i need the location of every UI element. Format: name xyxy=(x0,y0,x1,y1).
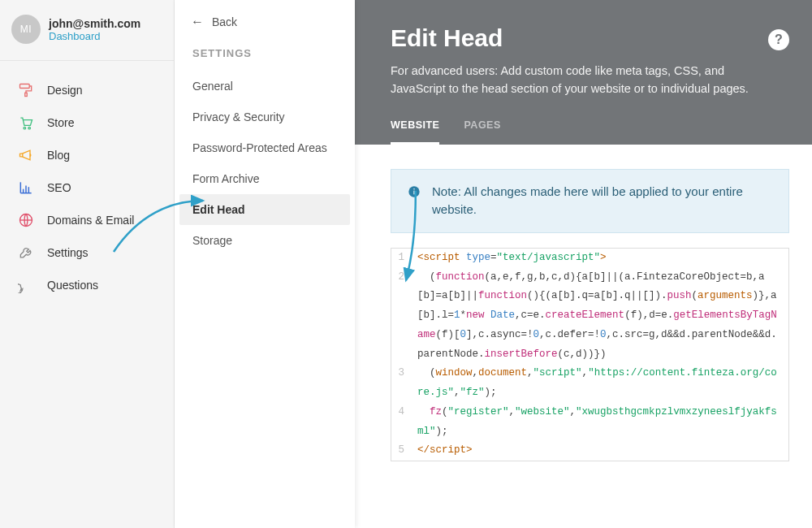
back-label: Back xyxy=(212,15,237,28)
dashboard-link[interactable]: Dashboard xyxy=(49,30,140,42)
settings-item-form-archive[interactable]: Form Archive xyxy=(175,163,355,194)
tab-bar: WEBSITE PAGES xyxy=(391,119,776,145)
main-header: ? Edit Head For advanced users: Add cust… xyxy=(355,0,812,145)
sidebar-item-label: Settings xyxy=(47,246,89,259)
svg-rect-1 xyxy=(25,93,28,96)
sidebar-item-blog[interactable]: Blog xyxy=(0,139,174,171)
sidebar-item-settings[interactable]: Settings xyxy=(0,236,174,269)
wrench-icon xyxy=(16,245,36,261)
settings-heading: SETTINGS xyxy=(175,37,355,71)
code-line-5: </script> xyxy=(409,441,788,461)
code-line-4: fz("register","website","xwugbsthgcmkpzl… xyxy=(409,403,788,442)
page-description: For advanced users: Add custom code like… xyxy=(391,62,776,98)
divider xyxy=(0,60,174,61)
main-panel: ? Edit Head For advanced users: Add cust… xyxy=(355,0,812,528)
info-note: Note: All changes made here will be appl… xyxy=(391,169,789,233)
sidebar-item-domains[interactable]: Domains & Email xyxy=(0,204,174,236)
settings-item-edit-head[interactable]: Edit Head xyxy=(179,194,350,225)
main-body: Note: All changes made here will be appl… xyxy=(355,145,812,528)
code-line-2: (function(a,e,f,g,b,c,d){a[b]||(a.Fintez… xyxy=(409,268,788,365)
sidebar-item-label: Blog xyxy=(47,149,70,162)
user-email: john@smith.com xyxy=(49,17,140,30)
svg-point-3 xyxy=(28,127,31,129)
user-block: MI john@smith.com Dashboard xyxy=(0,0,174,60)
settings-item-privacy[interactable]: Privacy & Security xyxy=(175,102,355,132)
sidebar-item-store[interactable]: Store xyxy=(0,106,174,139)
sidebar-item-design[interactable]: Design xyxy=(0,74,174,106)
sidebar-item-seo[interactable]: SEO xyxy=(0,171,174,204)
arrow-left-icon: ← xyxy=(191,15,204,29)
sidebar-item-label: Questions xyxy=(47,279,98,292)
info-icon xyxy=(408,185,421,198)
sidebar-item-label: SEO xyxy=(47,181,71,194)
back-button[interactable]: ← Back xyxy=(175,0,355,37)
tab-website[interactable]: WEBSITE xyxy=(391,119,439,145)
sidebar-item-label: Store xyxy=(47,116,74,129)
megaphone-icon xyxy=(16,147,36,163)
tab-pages[interactable]: PAGES xyxy=(464,119,500,145)
speech-bubble-icon xyxy=(16,277,36,293)
sidebar-item-label: Domains & Email xyxy=(47,214,134,227)
info-note-text: Note: All changes made here will be appl… xyxy=(432,183,772,219)
bar-chart-icon xyxy=(16,180,36,196)
svg-rect-7 xyxy=(413,188,414,189)
svg-rect-6 xyxy=(413,191,414,195)
code-editor[interactable]: 1<script type="text/javascript"> 2 (func… xyxy=(391,248,789,461)
paint-roller-icon xyxy=(16,82,36,98)
page-title: Edit Head xyxy=(391,24,776,52)
settings-subpanel: ← Back SETTINGS General Privacy & Securi… xyxy=(175,0,355,528)
primary-nav: Design Store Blog SEO xyxy=(0,67,174,301)
help-button[interactable]: ? xyxy=(768,29,789,50)
code-line-1: <script type="text/javascript"> xyxy=(409,249,788,268)
sidebar-item-questions[interactable]: Questions xyxy=(0,269,174,301)
code-line-3: (window,document,"script","https://conte… xyxy=(409,364,788,403)
svg-rect-0 xyxy=(20,84,30,89)
cart-icon xyxy=(16,115,36,131)
primary-sidebar: MI john@smith.com Dashboard Design Store xyxy=(0,0,175,528)
settings-item-password-areas[interactable]: Password-Protected Areas xyxy=(175,132,355,163)
sidebar-item-label: Design xyxy=(47,84,83,97)
settings-item-storage[interactable]: Storage xyxy=(175,225,355,256)
settings-item-general[interactable]: General xyxy=(175,71,355,102)
avatar: MI xyxy=(11,15,41,44)
globe-icon xyxy=(16,212,36,228)
svg-point-2 xyxy=(24,127,25,129)
